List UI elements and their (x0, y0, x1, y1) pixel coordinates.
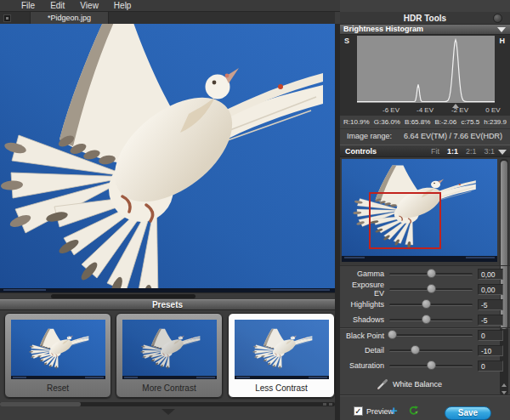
zoom-3-1[interactable]: 3:1 (484, 147, 495, 156)
slider-handle[interactable] (422, 315, 431, 324)
tab-pidgeon-jpg[interactable]: *Pidgeon.jpg (30, 12, 109, 24)
slider-saturation: Saturation 0 (340, 358, 510, 373)
image-range-line: Image range: 6.64 EV(TM) / 7.66 EV(HDR) (340, 128, 510, 143)
chevron-down-icon[interactable] (498, 150, 507, 155)
histogram-plot[interactable] (357, 36, 495, 103)
slider-handle[interactable] (388, 330, 397, 339)
saturation-value[interactable]: 0 (478, 360, 503, 372)
exposure-slider[interactable] (389, 288, 473, 291)
menu-help[interactable]: Help (106, 1, 139, 10)
slider-handle[interactable] (411, 345, 420, 355)
slider-gamma: Gamma 0,00 (340, 266, 510, 281)
exposure-value[interactable]: 0,00 (478, 284, 503, 295)
hdr-tools-panel: HDR Tools Brightness Histogram S H -6 EV… (340, 0, 510, 420)
stat-b: B:65.8% (405, 118, 430, 126)
preset-more-contrast[interactable]: More Contrast (116, 313, 223, 398)
chevron-down-icon[interactable] (497, 27, 506, 32)
highlights-slider[interactable] (389, 304, 473, 306)
presets-header[interactable]: Presets (0, 299, 335, 310)
hdr-editor-window: File Edit View Help *Pidgeon.jpg Presets (0, 0, 510, 420)
panel-footer: ✓ Preview + Save (340, 394, 510, 420)
slider-label: Detail (340, 346, 384, 355)
eyedropper-icon (377, 379, 388, 390)
add-preset-icon[interactable]: + (390, 403, 398, 417)
panel-title-text: HDR Tools (404, 14, 446, 23)
navigator-thumbnail[interactable] (342, 159, 497, 262)
slider-detail: Detail -10 (340, 343, 510, 358)
zoom-options: Fit 1:1 2:1 3:1 (431, 147, 495, 156)
preset-more-contrast-thumbnail (122, 320, 217, 379)
black-point-slider[interactable] (389, 334, 473, 337)
menu-edit[interactable]: Edit (42, 1, 72, 10)
preset-label: Less Contrast (229, 383, 334, 393)
preset-reset[interactable]: Reset (4, 313, 111, 398)
slider-label: Exposure EV (340, 281, 384, 298)
presets-row: Reset More Contrast Less Contrast (0, 310, 335, 400)
preset-less-contrast[interactable]: Less Contrast (228, 313, 335, 398)
preset-label: More Contrast (116, 383, 222, 393)
pigeon-photo (0, 24, 335, 292)
zoom-fit[interactable]: Fit (431, 147, 439, 156)
tick--2ev: -2 EV (451, 106, 468, 114)
menu-view[interactable]: View (72, 1, 106, 10)
refresh-icon[interactable] (408, 406, 419, 417)
slider-handle[interactable] (427, 284, 436, 293)
zoom-1-1[interactable]: 1:1 (447, 147, 458, 156)
histogram-title: Brightness Histogram (343, 25, 423, 33)
shadows-value[interactable]: -5 (478, 315, 503, 326)
view-selection-rect[interactable] (369, 192, 441, 249)
image-range-label: Image range: (347, 132, 392, 140)
presets-hscrollbar[interactable] (0, 402, 335, 406)
menu-file[interactable]: File (14, 1, 42, 10)
presets-scroll-area (0, 400, 335, 420)
detail-slider[interactable] (389, 349, 473, 352)
preview-checkbox[interactable]: ✓ (354, 406, 363, 416)
save-button[interactable]: Save (445, 406, 491, 420)
image-canvas[interactable] (0, 24, 335, 292)
gamma-slider[interactable] (389, 273, 473, 275)
slider-label: Saturation (340, 361, 384, 370)
slider-highlights: Highlights -5 (340, 297, 510, 312)
saturation-slider[interactable] (389, 365, 473, 367)
stat-c: c:75.5 (461, 118, 479, 126)
tick--6ev: -6 EV (382, 106, 400, 114)
highlight-marker-label: H (500, 37, 506, 45)
detach-panel-icon[interactable] (3, 14, 11, 22)
zoom-2-1[interactable]: 2:1 (466, 147, 477, 156)
controls-header: Controls Fit 1:1 2:1 3:1 (340, 145, 510, 157)
presets-hscrollbar-handle[interactable] (0, 402, 81, 406)
stat-brightness: B:-2.06 (434, 118, 456, 126)
slider-handle[interactable] (427, 269, 436, 278)
slider-handle[interactable] (422, 299, 431, 309)
shadow-marker-label: S (344, 37, 349, 45)
detail-value[interactable]: -10 (478, 345, 503, 356)
image-range-value: 6.64 EV(TM) / 7.66 EV(HDR) (404, 132, 502, 140)
collapse-presets-icon[interactable] (162, 409, 175, 415)
stat-r: R:10.9% (343, 118, 370, 126)
gamma-value[interactable]: 0,00 (478, 269, 503, 280)
brightness-histogram: S H -6 EV -4 EV -2 EV 0 EV (340, 35, 510, 116)
hscrollbar-handle[interactable] (51, 294, 196, 298)
slider-handle[interactable] (427, 360, 436, 370)
black-point-value[interactable]: 0 (478, 330, 503, 341)
histogram-section-header[interactable]: Brightness Histogram (340, 25, 510, 35)
preset-label: Reset (5, 383, 110, 393)
slider-shadows: Shadows -5 (340, 312, 510, 327)
preset-less-contrast-thumbnail (235, 320, 329, 379)
close-panel-icon[interactable] (493, 14, 502, 23)
tab-bar: *Pidgeon.jpg (0, 12, 335, 24)
slider-label: Black Point (340, 332, 384, 340)
stat-h: h:239.9 (484, 118, 507, 126)
navigator-panel (340, 157, 510, 265)
preset-reset-thumbnail (11, 320, 105, 379)
tick-0ev: 0 EV (485, 106, 500, 114)
slider-exposure: Exposure EV 0,00 (340, 281, 510, 297)
highlights-value[interactable]: -5 (478, 299, 503, 310)
shadows-slider[interactable] (389, 319, 473, 321)
panel-title: HDR Tools (340, 12, 510, 25)
pixel-stats-line: R:10.9% G:36.0% B:65.8% B:-2.06 c:75.5 h… (340, 116, 510, 128)
white-balance-button[interactable]: White Balance (340, 377, 510, 392)
image-hscrollbar[interactable] (0, 292, 335, 299)
slider-label: Shadows (340, 315, 384, 324)
slider-label: Gamma (340, 270, 384, 278)
